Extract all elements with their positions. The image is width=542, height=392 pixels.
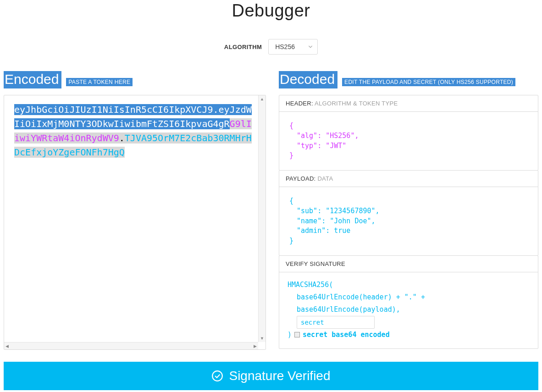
page-title: Debugger: [4, 1, 538, 21]
payload-admin-val: true: [334, 226, 350, 235]
encoded-token-editor[interactable]: eyJhbGciOiJIUzI1NiIsInR5cCI6IkpXVCJ9.eyJ…: [4, 95, 265, 343]
header-panel-sub: ALGORITHM & TOKEN TYPE: [315, 100, 398, 107]
horizontal-scrollbar[interactable]: ◀ ▶: [4, 342, 258, 349]
header-json[interactable]: { "alg": "HS256", "typ": "JWT" }: [279, 112, 538, 170]
sig-line1: HMACSHA256(: [288, 279, 530, 291]
signature-panel-label: VERIFY SIGNATURE: [286, 260, 345, 267]
scroll-left-icon: ◀: [6, 344, 9, 348]
payload-admin-key: "admin": [297, 226, 326, 235]
sig-line2: base64UrlEncode(header) + "." +: [288, 291, 530, 304]
decoded-hint: EDIT THE PAYLOAD AND SECRET (ONLY HS256 …: [342, 78, 515, 86]
sig-line3: base64UrlEncode(payload),: [288, 304, 530, 316]
algorithm-label: ALGORITHM: [224, 44, 262, 50]
payload-sub-key: "sub": [297, 207, 317, 215]
secret-input[interactable]: [297, 316, 375, 329]
encoded-hint: PASTE A TOKEN HERE: [66, 78, 133, 86]
payload-panel-title: PAYLOAD: DATA: [279, 171, 538, 187]
payload-name-val: "John Doe": [330, 217, 371, 225]
sig-close-paren: ): [288, 329, 292, 341]
header-alg-val: "HS256": [326, 132, 354, 140]
secret-base64-checkbox[interactable]: [294, 332, 300, 337]
secret-base64-label: secret base64 encoded: [303, 329, 390, 341]
header-alg-key: "alg": [297, 132, 317, 140]
signature-panel: VERIFY SIGNATURE HMACSHA256( base64UrlEn…: [279, 255, 538, 349]
chevron-down-icon: [308, 44, 313, 49]
header-typ-key: "typ": [297, 142, 317, 150]
algorithm-select[interactable]: HS256: [268, 39, 318, 55]
scroll-right-icon: ▶: [254, 344, 257, 348]
decoded-header: Decoded EDIT THE PAYLOAD AND SECRET (ONL…: [279, 71, 538, 88]
encoded-header: Encoded PASTE A TOKEN HERE: [4, 71, 266, 88]
payload-json[interactable]: { "sub": "1234567890", "name": "John Doe…: [279, 187, 538, 255]
encoded-heading: Encoded: [4, 71, 61, 88]
token-header-segment: eyJhbGciOiJIUzI1NiIsInR5cCI6IkpXVCJ9: [14, 104, 213, 115]
payload-name-key: "name": [297, 217, 321, 225]
payload-panel-sub: DATA: [317, 175, 333, 182]
signature-body: HMACSHA256( base64UrlEncode(header) + ".…: [279, 272, 538, 348]
payload-panel-label: PAYLOAD:: [286, 175, 316, 182]
encoded-box: eyJhbGciOiJIUzI1NiIsInR5cCI6IkpXVCJ9.eyJ…: [4, 95, 266, 350]
scroll-up-icon: ▲: [260, 97, 264, 101]
header-typ-val: "JWT": [326, 142, 346, 150]
scrollbar-corner: [258, 342, 265, 349]
vertical-scrollbar[interactable]: ▲ ▼: [258, 95, 265, 342]
signature-verified-bar: Signature Verified: [4, 362, 538, 390]
payload-panel: PAYLOAD: DATA { "sub": "1234567890", "na…: [279, 170, 538, 256]
check-circle-icon: [211, 370, 223, 382]
algorithm-row: ALGORITHM HS256: [4, 39, 538, 55]
header-panel: HEADER: ALGORITHM & TOKEN TYPE { "alg": …: [279, 95, 538, 171]
signature-verified-text: Signature Verified: [229, 369, 330, 383]
signature-panel-title: VERIFY SIGNATURE: [279, 256, 538, 272]
payload-sub-val: "1234567890": [326, 207, 375, 215]
header-panel-title: HEADER: ALGORITHM & TOKEN TYPE: [279, 95, 538, 112]
header-panel-label: HEADER:: [286, 100, 313, 107]
scroll-down-icon: ▼: [260, 336, 264, 341]
decoded-heading: Decoded: [279, 71, 337, 88]
algorithm-selected-value: HS256: [275, 43, 295, 50]
svg-point-0: [213, 371, 223, 381]
